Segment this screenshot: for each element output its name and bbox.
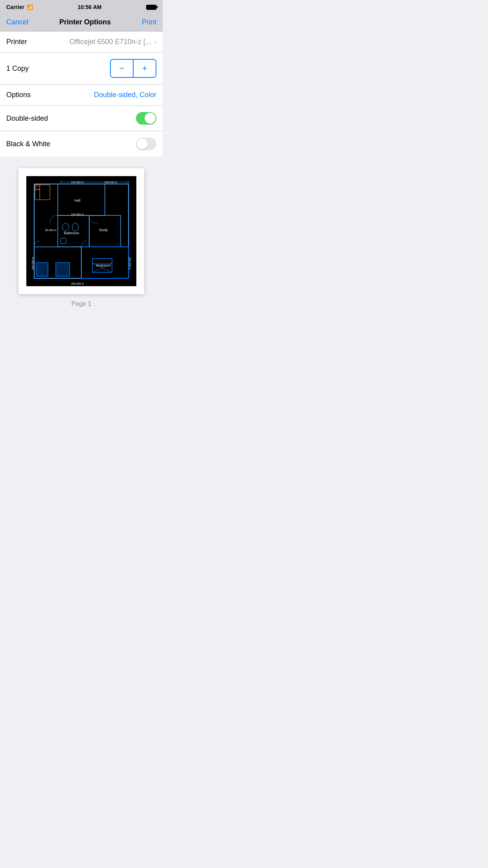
blueprint-preview: Hall Bathroom Study Bedroom <box>26 176 136 286</box>
page-title: Printer Options <box>59 18 111 26</box>
svg-text:59.994 in: 59.994 in <box>45 229 57 232</box>
blueprint-svg: Hall Bathroom Study Bedroom <box>26 176 136 286</box>
nav-bar: Cancel Printer Options Print <box>0 14 163 31</box>
printer-value-container: Officejet 6500 E710n-z [... › <box>70 38 156 46</box>
decrement-button[interactable]: − <box>111 60 133 77</box>
preview-card: Hall Bathroom Study Bedroom <box>18 168 144 294</box>
svg-text:260.008 in: 260.008 in <box>71 282 84 285</box>
page-label: Page 1 <box>72 300 92 307</box>
black-white-toggle[interactable] <box>136 138 156 150</box>
wifi-icon: 📶 <box>27 4 33 10</box>
double-sided-label: Double-sided <box>6 114 48 123</box>
svg-text:150.000 in: 150.000 in <box>71 181 84 184</box>
double-sided-row: Double-sided <box>0 106 163 131</box>
printer-value: Officejet 6500 E710n-z [... <box>70 38 151 46</box>
preview-area: Hall Bathroom Study Bedroom <box>0 156 163 322</box>
svg-text:199.992 in: 199.992 in <box>71 213 84 216</box>
chevron-right-icon: › <box>154 39 156 46</box>
carrier-label: Carrier <box>6 4 24 10</box>
svg-text:Bathroom: Bathroom <box>64 231 79 235</box>
status-time: 10:56 AM <box>77 4 101 10</box>
svg-text:Study: Study <box>99 228 108 232</box>
printer-row[interactable]: Printer Officejet 6500 E710n-z [... › <box>0 31 163 53</box>
battery-icon <box>146 5 156 10</box>
options-value: Double-sided, Color <box>94 91 156 99</box>
options-label: Options <box>6 91 31 99</box>
svg-text:Hall: Hall <box>74 199 81 202</box>
print-button[interactable]: Print <box>142 18 156 26</box>
copy-stepper[interactable]: − + <box>110 59 156 78</box>
toggle-knob-bw <box>137 138 148 149</box>
svg-text:100.000 in: 100.000 in <box>105 181 117 184</box>
svg-rect-19 <box>56 263 70 276</box>
cancel-button[interactable]: Cancel <box>6 18 28 26</box>
svg-text:180.000 in: 180.000 in <box>128 257 131 270</box>
options-table: Printer Officejet 6500 E710n-z [... › 1 … <box>0 31 163 156</box>
increment-button[interactable]: + <box>134 60 156 77</box>
svg-text:Bedroom: Bedroom <box>96 263 111 267</box>
copy-label: 1 Copy <box>6 64 29 73</box>
status-bar: Carrier 📶 10:56 AM <box>0 0 163 14</box>
printer-label: Printer <box>6 38 27 46</box>
black-white-row: Black & White <box>0 131 163 156</box>
status-battery <box>146 5 156 10</box>
toggle-knob <box>145 113 156 124</box>
svg-rect-18 <box>36 263 48 276</box>
status-carrier: Carrier 📶 <box>6 4 33 10</box>
copy-row: 1 Copy − + <box>0 53 163 85</box>
black-white-label: Black & White <box>6 140 50 148</box>
double-sided-toggle[interactable] <box>136 112 156 125</box>
options-row[interactable]: Options Double-sided, Color <box>0 85 163 106</box>
svg-text:180.000 in: 180.000 in <box>31 257 34 270</box>
